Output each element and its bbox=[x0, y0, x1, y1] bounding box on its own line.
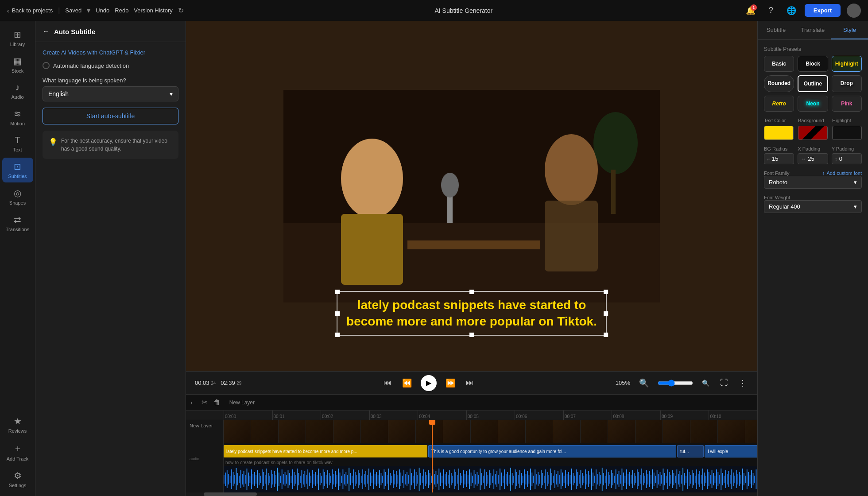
sidebar-item-library[interactable]: ⊞ Library bbox=[2, 26, 33, 50]
timeline-content[interactable]: lately podcast snippets have started to … bbox=[224, 420, 757, 492]
cut-button[interactable]: ✂ bbox=[200, 396, 209, 408]
svg-rect-332 bbox=[713, 473, 714, 485]
subtitle-segment-text-2: tut... bbox=[680, 449, 689, 454]
back-button[interactable]: ‹ Back to projects bbox=[7, 7, 53, 14]
svg-rect-23 bbox=[242, 474, 243, 484]
timeline-collapse-button[interactable]: › bbox=[190, 399, 193, 406]
handle-bottom-right[interactable] bbox=[604, 333, 608, 337]
help-button[interactable]: ? bbox=[764, 4, 778, 18]
preset-block[interactable]: Block bbox=[798, 56, 828, 72]
handle-top-right[interactable] bbox=[604, 290, 608, 294]
svg-rect-110 bbox=[375, 474, 376, 484]
skip-to-start-button[interactable]: ⏮ bbox=[382, 376, 393, 389]
skip-to-end-button[interactable]: ⏭ bbox=[464, 376, 476, 389]
subtitle-segment-2[interactable]: tut... bbox=[677, 445, 704, 457]
start-auto-subtitle-button[interactable]: Start auto-subtitle bbox=[43, 108, 178, 124]
preset-neon[interactable]: Neon bbox=[798, 96, 828, 112]
export-button[interactable]: Export bbox=[805, 4, 841, 17]
svg-rect-162 bbox=[454, 469, 455, 489]
tab-translate[interactable]: Translate bbox=[794, 21, 831, 39]
redo-button[interactable]: Redo bbox=[115, 7, 128, 14]
tab-subtitle[interactable]: Subtitle bbox=[758, 21, 794, 39]
sidebar-item-shapes[interactable]: ◎ Shapes bbox=[2, 184, 33, 209]
handle-bottom-center[interactable] bbox=[469, 333, 474, 337]
background-color-swatch[interactable] bbox=[798, 126, 828, 140]
preset-drop-label: Drop bbox=[841, 80, 853, 86]
thumb-0 bbox=[224, 420, 251, 443]
handle-top-left[interactable] bbox=[335, 290, 340, 294]
handle-bottom-left[interactable] bbox=[335, 333, 340, 337]
preset-highlight[interactable]: Highlight bbox=[832, 56, 862, 72]
delete-button[interactable]: 🗑 bbox=[212, 396, 222, 408]
language-value: English bbox=[48, 90, 69, 97]
notifications-button[interactable]: 🔔 1 bbox=[744, 4, 758, 18]
saved-chevron-icon[interactable]: ▾ bbox=[87, 6, 90, 15]
preset-pink[interactable]: Pink bbox=[832, 96, 862, 112]
handle-middle-right[interactable] bbox=[604, 311, 608, 316]
x-padding-input[interactable]: ↔ 25 bbox=[798, 153, 828, 164]
svg-rect-356 bbox=[750, 475, 751, 484]
sidebar-item-reviews[interactable]: ★ Reviews bbox=[2, 412, 33, 437]
sidebar-item-transitions[interactable]: ⇄ Transitions bbox=[2, 211, 33, 236]
sidebar-item-stock[interactable]: ▦ Stock bbox=[2, 52, 33, 77]
subtitle-segment-3[interactable]: I will exple bbox=[705, 445, 757, 457]
sidebar-item-subtitles[interactable]: ⊡ Subtitles bbox=[2, 158, 33, 182]
subtitle-segment-0[interactable]: lately podcast snippets have started to … bbox=[224, 445, 427, 457]
subtitle-selection-box[interactable]: lately podcast snippets have started to … bbox=[337, 291, 607, 336]
preset-rounded[interactable]: Rounded bbox=[764, 75, 794, 92]
add-custom-font-button[interactable]: ↑ Add custom font bbox=[822, 170, 862, 176]
svg-rect-208 bbox=[524, 469, 525, 489]
play-button[interactable]: ▶ bbox=[421, 375, 437, 391]
preset-retro[interactable]: Retro bbox=[764, 96, 794, 112]
sidebar-item-motion[interactable]: ≋ Motion bbox=[2, 105, 33, 130]
version-history-button[interactable]: Version History bbox=[134, 7, 172, 14]
sidebar-item-add-track[interactable]: ＋ Add Track bbox=[2, 439, 33, 465]
handle-top-center[interactable] bbox=[469, 290, 474, 294]
svg-rect-5 bbox=[545, 201, 598, 271]
zoom-in-button[interactable]: 🔍 bbox=[700, 378, 711, 388]
fullscreen-button[interactable]: ⛶ bbox=[718, 376, 730, 389]
svg-rect-251 bbox=[589, 475, 590, 484]
svg-rect-261 bbox=[605, 476, 606, 483]
sidebar-item-settings[interactable]: ⚙ Settings bbox=[2, 467, 33, 492]
svg-rect-48 bbox=[280, 476, 281, 483]
language-button[interactable]: 🌐 bbox=[784, 4, 798, 18]
sidebar-item-text[interactable]: T Text bbox=[2, 132, 33, 156]
tab-style[interactable]: Style bbox=[831, 21, 868, 39]
svg-rect-24 bbox=[244, 471, 244, 487]
handle-middle-left[interactable] bbox=[335, 311, 340, 316]
chatgpt-link[interactable]: Create AI Videos with ChatGPT & Flixier bbox=[43, 49, 178, 56]
subtitle-segment-1[interactable]: This is a good opportunity to grow your … bbox=[428, 445, 676, 457]
text-color-swatch[interactable] bbox=[764, 126, 794, 140]
fast-forward-button[interactable]: ⏩ bbox=[444, 376, 457, 390]
sidebar-item-audio[interactable]: ♪ Audio bbox=[2, 79, 33, 103]
user-avatar[interactable] bbox=[847, 4, 861, 18]
language-dropdown[interactable]: English ▾ bbox=[43, 86, 178, 101]
timeline-scrollbar[interactable] bbox=[186, 492, 757, 496]
svg-rect-297 bbox=[660, 472, 661, 486]
font-weight-dropdown[interactable]: Regular 400 ▾ bbox=[764, 200, 862, 213]
svg-rect-309 bbox=[678, 474, 679, 484]
undo-button[interactable]: Undo bbox=[96, 7, 109, 14]
svg-rect-340 bbox=[725, 470, 726, 488]
scrollbar-thumb[interactable] bbox=[204, 492, 257, 496]
y-padding-input[interactable]: ↕ 0 bbox=[832, 153, 862, 164]
more-options-button[interactable]: ⋮ bbox=[737, 376, 748, 390]
font-family-dropdown[interactable]: Roboto ▾ bbox=[764, 176, 862, 189]
panel-back-button[interactable]: ← bbox=[43, 27, 50, 35]
svg-rect-258 bbox=[600, 475, 601, 484]
zoom-slider[interactable] bbox=[658, 380, 693, 387]
svg-rect-34 bbox=[259, 473, 260, 485]
preset-drop[interactable]: Drop bbox=[832, 75, 862, 92]
bg-radius-input[interactable]: ⌐ 15 bbox=[764, 153, 794, 164]
zoom-out-button[interactable]: 🔍 bbox=[637, 376, 651, 390]
highlight-color-swatch[interactable] bbox=[832, 126, 862, 140]
preset-outline[interactable]: Outline bbox=[798, 75, 828, 92]
svg-rect-16 bbox=[231, 469, 232, 489]
auto-detect-radio[interactable] bbox=[43, 62, 50, 69]
playhead[interactable] bbox=[432, 420, 433, 492]
preset-basic[interactable]: Basic bbox=[764, 56, 794, 72]
auto-detect-option[interactable]: Automatic language detection bbox=[43, 62, 178, 69]
rewind-button[interactable]: ⏪ bbox=[400, 376, 414, 390]
svg-rect-265 bbox=[611, 470, 612, 488]
